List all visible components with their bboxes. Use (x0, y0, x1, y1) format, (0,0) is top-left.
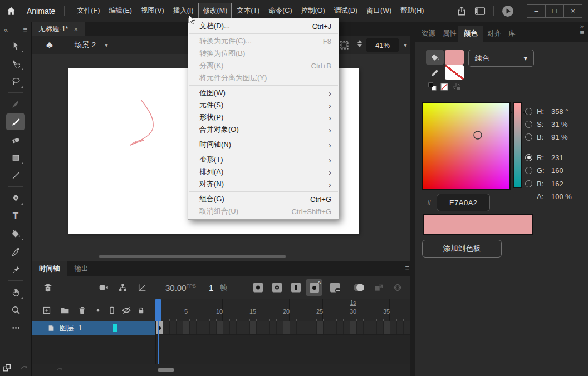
selection-tool[interactable] (6, 37, 25, 54)
swap-colors-icon[interactable] (452, 82, 461, 91)
asset-warp-pin-tool[interactable] (6, 261, 25, 278)
fluid-brush-tool[interactable] (6, 96, 25, 112)
close-tab-icon[interactable]: × (74, 25, 78, 33)
symbol-clubs-icon[interactable]: ♣ (46, 39, 53, 51)
timeline-empty-area[interactable] (32, 335, 415, 364)
step-up-icon[interactable] (357, 40, 362, 43)
clip-content-icon[interactable] (339, 39, 350, 51)
color-picker-gradient[interactable] (422, 102, 511, 190)
menu-item-shape[interactable]: 形状(P)› (188, 111, 339, 123)
stroke-color-swatch[interactable] (445, 65, 464, 80)
zoom-tool[interactable] (6, 301, 25, 318)
panel-gutter[interactable] (410, 22, 415, 376)
brightness-radio[interactable] (525, 133, 532, 141)
paint-brush-tool[interactable] (6, 113, 25, 130)
timeline-scrollbar-track[interactable] (32, 364, 415, 376)
remove-frame-button[interactable] (330, 283, 340, 293)
current-frame-value[interactable]: 1 (209, 283, 213, 293)
tools-menu-icon[interactable]: ≡ (23, 26, 27, 34)
tab-output[interactable]: 输出 (67, 261, 96, 276)
menu-item-document[interactable]: 文档(D)...Ctrl+J (188, 20, 339, 32)
slider-arrow-left-icon[interactable] (509, 110, 512, 115)
layer-name[interactable]: 图层_1 (60, 323, 82, 333)
menu-debug[interactable]: 调试(D) (330, 3, 361, 18)
menu-item-symbol[interactable]: 元件(S)› (188, 99, 339, 111)
timeline-menu-icon[interactable]: ≡ (405, 264, 409, 272)
fill-color-target[interactable] (426, 50, 444, 65)
hide-all-layers-icon[interactable] (121, 306, 131, 315)
test-movie-button[interactable] (502, 5, 514, 17)
camera-icon[interactable] (99, 283, 109, 292)
zoom-chevron-icon[interactable]: ▾ (404, 41, 407, 49)
zoom-level-input[interactable]: 41% (366, 38, 399, 52)
scene-label[interactable]: 场景 2 (75, 40, 96, 50)
new-folder-button[interactable] (60, 306, 70, 315)
lock-all-layers-icon[interactable] (137, 306, 145, 315)
color-type-dropdown[interactable]: 纯色 ▾ (468, 50, 534, 67)
green-value[interactable]: 160 (551, 166, 564, 175)
menu-modify[interactable]: 修改(M) (198, 3, 232, 19)
eyedropper-tool[interactable] (6, 243, 25, 260)
minimize-button[interactable]: – (527, 4, 546, 18)
hex-input[interactable]: E7A0A2 (437, 194, 490, 211)
menu-item-bitmap[interactable]: 位图(W)› (188, 87, 339, 99)
no-color-icon[interactable] (440, 83, 448, 91)
scene-chevron-icon[interactable]: ▾ (105, 41, 108, 49)
red-radio[interactable] (525, 154, 532, 161)
alpha-value[interactable]: 100 % (551, 192, 572, 201)
layer-row-label[interactable]: 图层_1 (32, 321, 155, 335)
step-down-icon[interactable] (357, 44, 362, 47)
green-radio[interactable] (525, 167, 532, 174)
add-to-swatches-button[interactable]: 添加到色板 (422, 240, 502, 258)
eraser-tool[interactable] (6, 131, 25, 148)
auto-keyframe-button[interactable]: A (306, 279, 322, 296)
lasso-tool[interactable] (6, 73, 25, 90)
insert-keyframe-button[interactable] (253, 283, 263, 293)
saturation-radio[interactable] (525, 121, 532, 128)
menu-window[interactable]: 窗口(W) (362, 3, 395, 18)
onion-skin-button[interactable] (352, 283, 366, 293)
menu-item-combine-objects[interactable]: 合并对象(O)› (188, 123, 339, 136)
menu-edit[interactable]: 编辑(E) (105, 3, 136, 18)
text-tool[interactable]: T (6, 207, 25, 224)
layer-outline-color-swatch[interactable] (113, 324, 117, 332)
color-preview-swatch[interactable] (423, 214, 533, 235)
frame-ruler[interactable]: 1s 5 10 15 20 25 30 35 (155, 299, 415, 321)
delete-layer-button[interactable] (78, 306, 86, 315)
share-icon[interactable] (457, 6, 467, 16)
hand-tool[interactable] (6, 284, 25, 300)
blue-value[interactable]: 162 (551, 180, 564, 188)
document-tab[interactable]: 无标题-1* × (32, 22, 85, 36)
menu-item-transform[interactable]: 变形(T)› (188, 154, 339, 166)
parenting-view-icon[interactable] (118, 283, 128, 293)
paint-bucket-tool[interactable] (6, 225, 25, 242)
hue-radio[interactable] (525, 108, 532, 115)
stage-horizontal-scrollbar[interactable] (99, 255, 286, 258)
layers-view-icon[interactable] (43, 283, 53, 293)
blue-radio[interactable] (525, 180, 532, 187)
menu-help[interactable]: 帮助(H) (396, 3, 428, 18)
menu-item-align[interactable]: 对齐(N)› (188, 178, 339, 190)
graph-editor-icon[interactable] (138, 283, 147, 293)
menu-control[interactable]: 控制(O) (297, 3, 329, 18)
tab-timeline[interactable]: 时间轴 (32, 261, 67, 276)
menu-item-arrange[interactable]: 排列(A)› (188, 166, 339, 178)
playhead[interactable] (155, 299, 161, 321)
workspace-icon[interactable] (474, 7, 486, 16)
redo-icon[interactable] (19, 363, 29, 373)
saturation-value[interactable]: 31 % (551, 120, 568, 128)
maximize-button[interactable]: □ (545, 4, 564, 18)
brightness-value[interactable]: 91 % (551, 133, 568, 141)
hue-value[interactable]: 358 ° (551, 107, 569, 116)
fps-display[interactable]: 30.00FPS (165, 283, 196, 293)
new-layer-button[interactable] (42, 306, 51, 315)
close-button[interactable]: × (564, 4, 582, 18)
more-tools-button[interactable] (6, 319, 25, 336)
show-all-dot-icon[interactable] (96, 308, 100, 313)
outline-column-icon[interactable] (108, 306, 116, 315)
menu-text[interactable]: 文本(T) (233, 3, 263, 18)
layer-frames[interactable] (155, 321, 415, 335)
swap-objects-icon[interactable] (2, 363, 12, 373)
menu-commands[interactable]: 命令(C) (264, 3, 296, 18)
menu-file[interactable]: 文件(F) (73, 3, 104, 18)
